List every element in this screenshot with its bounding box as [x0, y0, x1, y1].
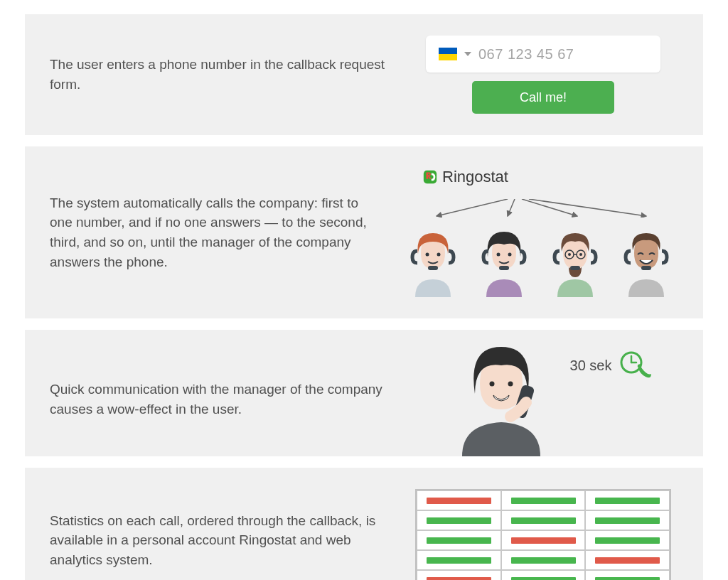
svg-line-1	[437, 199, 508, 216]
green-bar-icon	[511, 577, 576, 581]
green-bar-icon	[595, 517, 660, 524]
distribution-arrows	[401, 199, 678, 218]
user-on-phone-icon	[441, 343, 562, 456]
phone-input-placeholder[interactable]: 067 123 45 67	[478, 46, 574, 63]
step-3-visual: 30 sek	[415, 343, 678, 456]
svg-rect-17	[641, 266, 651, 270]
svg-point-10	[508, 253, 512, 257]
step-1-text: The user enters a phone number in the ca…	[50, 55, 387, 94]
step-4-text: Statistics on each call, ordered through…	[50, 511, 387, 570]
stats-grid-cell	[417, 510, 501, 530]
time-badge-label: 30 sek	[570, 358, 612, 374]
stats-grid-cell	[585, 530, 670, 550]
stats-grid-cell	[417, 530, 501, 550]
stats-grid-cell	[501, 550, 586, 570]
agent-avatar-icon	[401, 226, 465, 297]
time-badge: 30 sek	[570, 348, 653, 382]
step-1-visual: 067 123 45 67 Call me!	[408, 36, 678, 114]
stats-grid-cell	[501, 570, 586, 580]
step-1-callback-form: The user enters a phone number in the ca…	[25, 14, 703, 135]
step-4-statistics: Statistics on each call, ordered through…	[25, 468, 703, 580]
stats-grid-row	[417, 530, 670, 550]
chevron-down-icon[interactable]	[464, 52, 471, 56]
stats-grid-cell	[501, 510, 586, 530]
stats-grid-cell	[501, 530, 586, 550]
svg-rect-16	[570, 266, 580, 270]
green-bar-icon	[427, 537, 491, 544]
step-3-text: Quick communication with the manager of …	[50, 380, 394, 419]
stats-grid-cell	[585, 510, 670, 530]
agent-avatar-icon	[614, 226, 678, 297]
ukraine-flag-icon[interactable]	[439, 48, 457, 60]
agents-row	[401, 226, 678, 297]
red-bar-icon	[427, 577, 491, 581]
svg-point-15	[579, 253, 582, 256]
green-bar-icon	[595, 537, 660, 544]
ringostat-brand-label: Ringostat	[442, 168, 508, 186]
stats-grid-row	[417, 550, 670, 570]
svg-point-9	[497, 253, 500, 257]
stats-grid-cell	[417, 570, 501, 580]
svg-point-6	[426, 253, 429, 257]
ringostat-logo-icon	[422, 169, 438, 185]
clock-phone-icon	[619, 348, 653, 382]
stats-grid-row	[417, 510, 670, 530]
svg-point-18	[489, 382, 494, 387]
svg-point-14	[568, 253, 571, 256]
red-bar-icon	[427, 498, 491, 504]
stats-grid-cell	[585, 570, 670, 580]
agent-avatar-icon	[472, 226, 536, 297]
stats-grid-cell	[585, 490, 670, 510]
stats-grid-cell	[585, 550, 670, 570]
red-bar-icon	[511, 537, 576, 544]
svg-point-19	[508, 382, 513, 387]
svg-rect-8	[499, 266, 509, 270]
green-bar-icon	[595, 577, 660, 581]
green-bar-icon	[427, 517, 491, 524]
stats-grid-row	[417, 490, 670, 510]
ringostat-brand: Ringostat	[422, 168, 508, 186]
red-bar-icon	[595, 557, 660, 564]
green-bar-icon	[511, 557, 576, 564]
green-bar-icon	[595, 498, 660, 504]
stats-grid-row	[417, 570, 670, 580]
stats-grid-cell	[417, 490, 501, 510]
agent-avatar-icon	[543, 226, 607, 297]
svg-rect-5	[428, 266, 438, 270]
call-me-button[interactable]: Call me!	[472, 81, 614, 114]
stats-grid	[415, 489, 671, 580]
step-2-auto-call: The system automatically calls the compa…	[25, 146, 703, 318]
svg-line-4	[529, 199, 646, 216]
green-bar-icon	[511, 498, 576, 504]
step-2-text: The system automatically calls the compa…	[50, 193, 380, 272]
green-bar-icon	[511, 517, 576, 524]
stats-grid-cell	[501, 490, 586, 510]
step-4-visual	[408, 489, 678, 580]
svg-point-7	[437, 253, 441, 257]
stats-grid-cell	[417, 550, 501, 570]
step-2-visual: Ringostat	[401, 168, 678, 297]
svg-line-2	[508, 199, 515, 216]
step-3-wow-effect: Quick communication with the manager of …	[25, 330, 703, 456]
phone-input-group[interactable]: 067 123 45 67	[426, 36, 660, 72]
green-bar-icon	[427, 557, 491, 564]
